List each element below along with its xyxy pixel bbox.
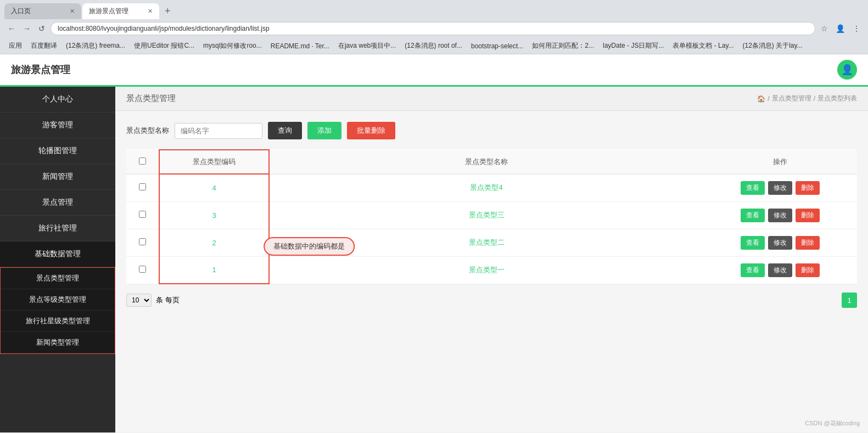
tab-portal-close[interactable]: ✕	[70, 8, 75, 15]
breadcrumb: 🏠 / 景点类型管理 / 景点类型列表	[757, 94, 857, 103]
avatar[interactable]: 👤	[837, 60, 857, 80]
col-name-header: 景点类型名称	[269, 150, 703, 174]
breadcrumb-sep1: /	[768, 95, 769, 103]
sidebar-submenu-basic-data: 景点类型管理 景点等级类型管理 旅行社星级类型管理 新闻类型管理	[0, 267, 115, 354]
col-checkbox-header	[126, 150, 159, 174]
view-button-3[interactable]: 查看	[741, 263, 765, 277]
row-name-3: 景点类型一	[269, 256, 703, 284]
page-1-button[interactable]: 1	[842, 293, 857, 308]
sidebar-item-personal[interactable]: 个人中心	[0, 87, 115, 113]
menu-button[interactable]: ⋮	[850, 23, 863, 34]
data-table: 景点类型编码 景点类型名称 操作 4 景点类型4 查看 修改 删除 3 景	[126, 149, 857, 284]
sidebar-item-carousel[interactable]: 轮播图管理	[0, 138, 115, 164]
select-all-checkbox[interactable]	[139, 158, 146, 165]
sidebar-item-basic-data[interactable]: 基础数据管理	[0, 241, 115, 267]
table-row: 4 景点类型4 查看 修改 删除	[126, 174, 857, 201]
breadcrumb-part2: 景点类型列表	[817, 94, 857, 103]
bookmark-baidu[interactable]: 百度翻译	[27, 40, 60, 52]
main-content: 景点类型管理 🏠 / 景点类型管理 / 景点类型列表 景点类型名称 查询 添加 …	[115, 87, 868, 432]
bookmark-regex[interactable]: 如何用正则匹配：2...	[529, 40, 597, 52]
bookmark-readme[interactable]: README.md · Ter...	[267, 41, 333, 51]
tooltip-box: 基础数据中的编码都是	[264, 237, 355, 256]
search-input[interactable]	[175, 123, 262, 139]
new-tab-button[interactable]: +	[160, 4, 175, 18]
action-btns-3: 查看 修改 删除	[708, 263, 853, 277]
col-code-header: 景点类型编码	[159, 150, 269, 174]
sidebar-submenu-news-type[interactable]: 新闻类型管理	[1, 332, 115, 353]
bookmark-form-template[interactable]: 表单模板文档 - Lay...	[669, 40, 737, 52]
watermark: CSDN @花椒coding	[805, 419, 860, 428]
app-title: 旅游景点管理	[11, 63, 70, 76]
page-title: 景点类型管理	[126, 93, 176, 104]
bookmark-java[interactable]: 在java web项目中...	[335, 40, 399, 52]
row-checkbox-3[interactable]	[139, 266, 146, 273]
account-button[interactable]: 👤	[833, 23, 847, 34]
breadcrumb-part1: 景点类型管理	[772, 94, 811, 103]
reload-button[interactable]: ↺	[36, 23, 47, 34]
app-header: 旅游景点管理 👤	[0, 54, 868, 87]
view-button-0[interactable]: 查看	[741, 181, 765, 195]
bookmark-mysql[interactable]: mysql如何修改roo...	[200, 40, 265, 52]
edit-button-2[interactable]: 修改	[768, 236, 792, 250]
sidebar-item-news[interactable]: 新闻管理	[0, 164, 115, 190]
action-btns-1: 查看 修改 删除	[708, 209, 853, 222]
row-code-2: 2	[159, 229, 269, 256]
tab-tourism-close[interactable]: ✕	[148, 8, 153, 15]
tooltip-text: 基础数据中的编码都是	[273, 242, 345, 250]
row-checkbox-0[interactable]	[139, 183, 146, 190]
delete-button-3[interactable]: 删除	[796, 263, 820, 277]
breadcrumb-sep2: /	[814, 95, 815, 103]
edit-button-1[interactable]: 修改	[768, 209, 792, 222]
table-row: 2 景点类型二 查看 修改 删除	[126, 229, 857, 256]
address-bar-input[interactable]: localhost:8080/lvyoujingdianguanli/jsp/m…	[51, 22, 815, 35]
sidebar-submenu-travel-agency-level[interactable]: 旅行社星级类型管理	[1, 311, 115, 332]
bookmark-laydate[interactable]: layDate - JS日期写...	[600, 40, 667, 52]
sidebar-submenu-attraction-level[interactable]: 景点等级类型管理	[1, 289, 115, 311]
col-action-header: 操作	[703, 150, 857, 174]
edit-button-0[interactable]: 修改	[768, 181, 792, 195]
row-name-0: 景点类型4	[269, 174, 703, 201]
sidebar-submenu-attraction-type[interactable]: 景点类型管理	[1, 268, 115, 289]
view-button-1[interactable]: 查看	[741, 209, 765, 222]
tab-portal[interactable]: 入口页 ✕	[4, 3, 81, 19]
row-checkbox-2[interactable]	[139, 238, 146, 245]
query-button[interactable]: 查询	[268, 122, 302, 139]
edit-button-3[interactable]: 修改	[768, 263, 792, 277]
bookmark-root[interactable]: (12条消息) root of...	[401, 40, 466, 52]
back-button[interactable]: ←	[5, 23, 18, 34]
pagination-bar: 10 20 50 条 每页 1	[126, 293, 857, 308]
tab-tourism-label: 旅游景点管理	[89, 7, 128, 16]
bookmark-freema[interactable]: (12条消息) freema...	[63, 40, 128, 52]
bookmark-button[interactable]: ☆	[819, 23, 830, 34]
delete-button-2[interactable]: 删除	[796, 236, 820, 250]
table-row: 1 景点类型一 查看 修改 删除	[126, 256, 857, 284]
action-btns-2: 查看 修改 删除	[708, 236, 853, 250]
sidebar-item-travel-agency[interactable]: 旅行社管理	[0, 216, 115, 241]
batch-delete-button[interactable]: 批量删除	[347, 122, 395, 139]
sidebar-item-tourists[interactable]: 游客管理	[0, 113, 115, 138]
forward-button[interactable]: →	[21, 23, 33, 34]
bookmark-layui[interactable]: (12条消息) 关于lay...	[740, 40, 806, 52]
tab-tourism[interactable]: 旅游景点管理 ✕	[82, 3, 159, 19]
bookmark-apps[interactable]: 应用	[5, 40, 25, 52]
bookmark-bootstrap[interactable]: bootstrap-select...	[468, 41, 527, 51]
search-label: 景点类型名称	[126, 126, 169, 136]
bookmark-ueditor[interactable]: 使用UEditor 报错C...	[131, 40, 198, 52]
per-page-select[interactable]: 10 20 50	[126, 294, 152, 307]
delete-button-0[interactable]: 删除	[796, 181, 820, 195]
row-code-1: 3	[159, 201, 269, 229]
sidebar: 个人中心 游客管理 轮播图管理 新闻管理 景点管理 旅行社管理 基础数据管理	[0, 87, 115, 432]
row-code-0: 4	[159, 174, 269, 201]
breadcrumb-home-icon: 🏠	[757, 95, 765, 103]
add-button[interactable]: 添加	[307, 122, 341, 139]
page-header: 景点类型管理 🏠 / 景点类型管理 / 景点类型列表	[115, 87, 868, 111]
row-name-1: 景点类型三	[269, 201, 703, 229]
table-row: 3 景点类型三 查看 修改 删除	[126, 201, 857, 229]
row-code-3: 1	[159, 256, 269, 284]
action-btns-0: 查看 修改 删除	[708, 181, 853, 195]
sidebar-item-attractions[interactable]: 景点管理	[0, 190, 115, 216]
search-bar: 景点类型名称 查询 添加 批量删除	[126, 122, 857, 139]
delete-button-1[interactable]: 删除	[796, 209, 820, 222]
view-button-2[interactable]: 查看	[741, 236, 765, 250]
row-checkbox-1[interactable]	[139, 211, 146, 218]
